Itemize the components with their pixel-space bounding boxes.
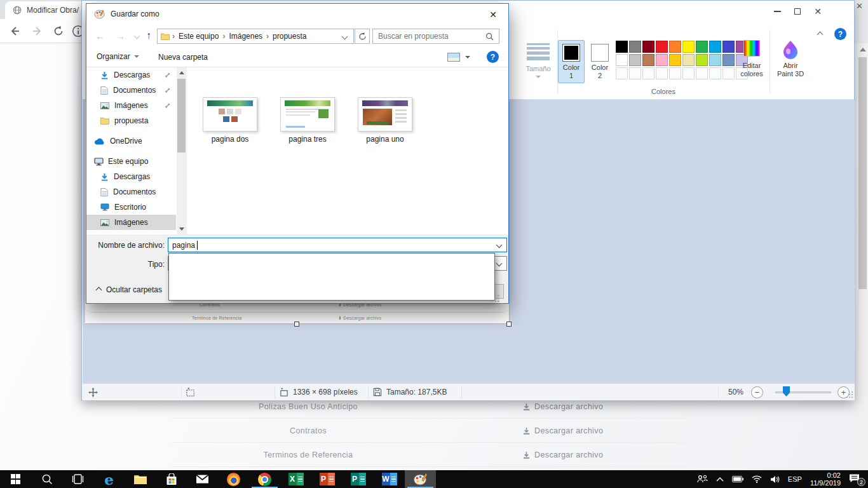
sidebar-item-documentos[interactable]: Documentos bbox=[86, 83, 176, 98]
breadcrumb-segment[interactable]: Este equipo bbox=[175, 32, 222, 41]
palette-swatch[interactable] bbox=[629, 54, 641, 66]
firefox-button[interactable] bbox=[218, 470, 249, 488]
canvas-resize-handle-bottom[interactable] bbox=[294, 322, 299, 327]
file-name[interactable]: pagina dos bbox=[192, 135, 268, 144]
download-link[interactable]: Descargar archivo bbox=[522, 443, 603, 467]
filename-input[interactable]: pagina bbox=[168, 238, 507, 252]
palette-swatch[interactable] bbox=[682, 54, 695, 66]
breadcrumb-segment[interactable]: Imágenes bbox=[225, 32, 266, 41]
search-box[interactable] bbox=[372, 29, 499, 44]
maximize-button[interactable] bbox=[787, 4, 808, 18]
edge-button[interactable]: e bbox=[93, 470, 125, 488]
palette-swatch[interactable] bbox=[669, 41, 681, 53]
task-view-button[interactable] bbox=[62, 470, 93, 488]
file-thumbnail-pagina-uno[interactable] bbox=[358, 97, 412, 132]
zoom-out-button[interactable]: − bbox=[751, 386, 763, 398]
new-folder-button[interactable]: Nueva carpeta bbox=[158, 53, 208, 62]
organize-button[interactable]: Organizar bbox=[97, 52, 139, 61]
sidebar-item-descargas[interactable]: Descargas bbox=[86, 67, 176, 83]
search-input[interactable] bbox=[373, 32, 485, 41]
view-mode-icon[interactable] bbox=[447, 53, 460, 62]
scrollbar-down-arrow[interactable] bbox=[179, 227, 184, 231]
publisher-button[interactable]: P bbox=[342, 470, 374, 488]
browser-close-icon[interactable]: ✕ bbox=[856, 1, 863, 11]
dialog-resize-grip[interactable] bbox=[491, 294, 499, 302]
view-mode-dropdown-icon[interactable] bbox=[465, 56, 470, 58]
canvas-resize-handle-corner[interactable] bbox=[506, 322, 512, 327]
nav-history-icon[interactable] bbox=[134, 33, 140, 39]
sidebar-item-imagenes-2[interactable]: Imágenes bbox=[86, 215, 176, 230]
size-button[interactable]: Tamaño bbox=[522, 41, 555, 78]
nav-back-icon[interactable]: ← bbox=[95, 30, 105, 41]
minimize-button[interactable] bbox=[767, 4, 787, 18]
browser-scrollbar[interactable] bbox=[857, 43, 868, 470]
tray-expand-icon[interactable] bbox=[716, 477, 724, 482]
dialog-close-icon[interactable]: ✕ bbox=[480, 6, 506, 23]
palette-swatch[interactable] bbox=[616, 41, 628, 53]
hide-folders-button[interactable]: Ocultar carpetas bbox=[97, 285, 162, 294]
palette-swatch[interactable] bbox=[696, 54, 708, 66]
download-link[interactable]: Descargar archivo bbox=[522, 419, 603, 443]
breadcrumb[interactable]: › Este equipo › Imágenes › propuesta bbox=[157, 29, 354, 44]
sidebar-item-imagenes[interactable]: Imágenes bbox=[86, 98, 176, 113]
sidebar-item-onedrive[interactable]: OneDrive bbox=[86, 133, 176, 149]
store-button[interactable] bbox=[156, 470, 187, 488]
palette-swatch[interactable] bbox=[616, 54, 628, 66]
ribbon-collapse-icon[interactable] bbox=[817, 32, 824, 38]
palette-swatch[interactable] bbox=[629, 41, 641, 53]
color1-button[interactable]: Color 1 bbox=[558, 40, 585, 83]
breadcrumb-segment[interactable]: propuesta bbox=[269, 32, 310, 41]
scrollbar-thumb[interactable] bbox=[858, 57, 867, 289]
excel-button[interactable]: X bbox=[280, 470, 311, 488]
palette-swatch[interactable] bbox=[669, 54, 681, 66]
people-icon[interactable] bbox=[697, 475, 708, 484]
breadcrumb-dropdown-icon[interactable] bbox=[342, 33, 348, 39]
nav-forward-icon[interactable]: → bbox=[116, 30, 125, 41]
palette-swatch[interactable] bbox=[682, 41, 695, 53]
palette-empty-slot[interactable] bbox=[709, 67, 721, 79]
language-indicator[interactable]: ESP bbox=[788, 475, 802, 483]
autocomplete-dropdown[interactable] bbox=[168, 253, 495, 301]
dialog-help-icon[interactable]: ? bbox=[487, 51, 499, 63]
palette-empty-slot[interactable] bbox=[696, 67, 708, 79]
close-button[interactable]: ✕ bbox=[808, 4, 828, 18]
word-button[interactable]: W bbox=[374, 470, 405, 488]
chrome-button[interactable] bbox=[249, 470, 280, 488]
zoom-slider-handle[interactable] bbox=[783, 386, 790, 396]
start-button[interactable] bbox=[0, 470, 31, 488]
filename-dropdown-icon[interactable] bbox=[496, 242, 503, 248]
edit-colors-button[interactable]: Editar colores bbox=[735, 40, 768, 78]
powerpoint-button[interactable]: P bbox=[311, 470, 342, 488]
palette-swatch[interactable] bbox=[642, 54, 654, 66]
paint-button[interactable] bbox=[405, 470, 436, 488]
action-center-button[interactable]: 2 bbox=[849, 473, 863, 485]
taskbar-search-button[interactable] bbox=[31, 470, 62, 488]
scrollbar-up-arrow[interactable] bbox=[179, 71, 184, 74]
wifi-icon[interactable] bbox=[752, 475, 762, 483]
palette-swatch[interactable] bbox=[642, 41, 654, 53]
palette-swatch[interactable] bbox=[709, 54, 721, 66]
sidebar-item-propuesta[interactable]: propuesta bbox=[86, 113, 176, 128]
nav-up-icon[interactable]: ↑ bbox=[146, 30, 151, 41]
resize-grip[interactable] bbox=[846, 391, 853, 398]
sidebar-scrollbar[interactable] bbox=[177, 67, 187, 234]
refresh-button[interactable] bbox=[355, 29, 370, 44]
palette-empty-slot[interactable] bbox=[669, 67, 681, 79]
palette-swatch[interactable] bbox=[656, 41, 668, 53]
file-thumbnail-pagina-dos[interactable] bbox=[203, 97, 257, 132]
file-name[interactable]: pagina uno bbox=[347, 135, 423, 144]
palette-empty-slot[interactable] bbox=[629, 67, 641, 79]
scrollbar-thumb[interactable] bbox=[177, 79, 186, 152]
scrollbar-up-arrow[interactable] bbox=[860, 48, 866, 51]
palette-empty-slot[interactable] bbox=[642, 67, 654, 79]
color2-button[interactable]: Color 2 bbox=[587, 40, 613, 83]
palette-swatch[interactable] bbox=[696, 41, 708, 53]
file-name[interactable]: pagina tres bbox=[269, 135, 346, 144]
browser-forward-icon[interactable] bbox=[32, 25, 43, 37]
sidebar-item-escritorio[interactable]: Escritorio bbox=[86, 200, 176, 215]
palette-swatch[interactable] bbox=[722, 41, 735, 53]
file-thumbnail-pagina-tres[interactable] bbox=[280, 97, 335, 132]
sidebar-item-descargas-2[interactable]: Descargas bbox=[86, 169, 176, 184]
open-paint3d-button[interactable]: Abrir Paint 3D bbox=[773, 40, 808, 78]
palette-empty-slot[interactable] bbox=[682, 67, 695, 79]
